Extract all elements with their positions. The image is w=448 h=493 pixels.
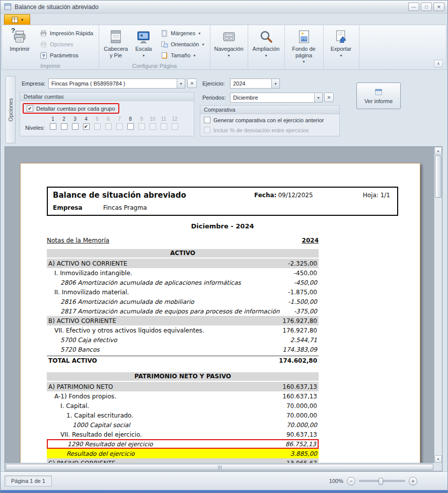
vertical-scroll-thumb[interactable] bbox=[435, 155, 441, 198]
tamano-button[interactable]: Tamaño ▾ bbox=[157, 50, 207, 60]
margenes-label: Márgenes bbox=[171, 30, 195, 36]
maximize-button[interactable]: □ bbox=[421, 3, 432, 11]
quick-print-icon bbox=[39, 29, 47, 37]
tamano-label: Tamaño bbox=[171, 52, 190, 58]
ver-informe-button[interactable]: Ver informe bbox=[356, 83, 401, 109]
ampliacion-label: Ampliación bbox=[253, 46, 280, 52]
parametros-button[interactable]: ? Parámetros bbox=[36, 50, 96, 60]
report-row: VII. Efectivo y otros activos líquidos e… bbox=[47, 325, 319, 335]
ejercicio-combo[interactable]: 2024 ▾ bbox=[230, 78, 280, 89]
empresa-combo[interactable]: Fincas Pragma ( B58959784 ) ▾ bbox=[48, 78, 185, 89]
magnifier-icon bbox=[258, 29, 274, 45]
zoom-slider[interactable] bbox=[359, 480, 405, 482]
zoom-in-button[interactable]: + bbox=[409, 477, 417, 485]
exportar-button[interactable]: Exportar ▾ bbox=[326, 26, 356, 66]
nivel-column: 6 bbox=[103, 116, 114, 130]
nivel-checkbox-1[interactable] bbox=[50, 123, 56, 130]
row-label: A) PATRIMONIO NETO bbox=[48, 383, 113, 390]
close-button[interactable]: ✕ bbox=[433, 3, 444, 11]
chevron-down-icon: ▾ bbox=[142, 53, 144, 58]
escala-button[interactable]: Escala ▾ bbox=[131, 26, 156, 62]
desviacion-label: Incluir % de desviación entre ejercicios bbox=[213, 127, 309, 133]
nivel-number: 10 bbox=[150, 116, 155, 122]
chevron-down-icon[interactable]: ▾ bbox=[314, 93, 322, 102]
report-row: 2817 Amortización acumulada de equipos p… bbox=[47, 306, 319, 316]
zoom-controls: 100% − + bbox=[329, 477, 443, 485]
impresion-rapida-button[interactable]: Impresión Rápida bbox=[36, 28, 96, 38]
report-row: Resultado del ejercicio3.885,00 bbox=[47, 449, 319, 458]
chevron-down-icon[interactable]: ▾ bbox=[271, 79, 279, 88]
orientacion-button[interactable]: Orientación ▾ bbox=[157, 39, 207, 49]
periodos-label: Periodos: bbox=[202, 95, 226, 101]
row-value: -1.875,00 bbox=[288, 289, 317, 296]
report-company-label: Empresa bbox=[53, 204, 103, 211]
zoom-out-button[interactable]: − bbox=[347, 477, 355, 485]
nivel-checkbox-8[interactable] bbox=[127, 123, 134, 130]
row-label: B) ACTIVO CORRIENTE bbox=[48, 317, 116, 324]
cabecera-pie-button[interactable]: Cabecera y Pie bbox=[102, 26, 130, 62]
titlebar: Balance de situación abreviado — □ ✕ bbox=[1, 1, 447, 14]
navegacion-button[interactable]: Navegación ▾ bbox=[213, 26, 245, 66]
margenes-button[interactable]: Márgenes ▾ bbox=[157, 28, 207, 38]
imprimir-button[interactable]: ? Imprimir bbox=[5, 26, 35, 62]
ejercicio-label: Ejercicio: bbox=[202, 80, 225, 87]
year-column-header: 2024 bbox=[302, 237, 319, 244]
chevron-down-icon: ▾ bbox=[303, 59, 305, 64]
detallar-grupo-checkbox[interactable]: ✔ bbox=[27, 105, 33, 112]
file-menu-tab[interactable]: ▾ bbox=[4, 14, 30, 25]
report-row: 2816 Amortización acumulada de mobiliari… bbox=[47, 297, 319, 306]
preview-canvas[interactable]: Balance de situación abreviado Fecha:09/… bbox=[5, 147, 434, 463]
ribbon-group-navegacion: Navegación ▾ bbox=[210, 25, 248, 69]
options-vertical-tab[interactable]: Opciones bbox=[6, 76, 16, 143]
nivel-column: 11 bbox=[158, 116, 169, 130]
nivel-column: 3 bbox=[69, 116, 81, 130]
scale-icon bbox=[135, 29, 152, 45]
report-row: B) ACTIVO CORRIENTE176.927,80 bbox=[47, 316, 319, 325]
row-label: Resultado del ejercicio bbox=[48, 450, 134, 457]
chevron-down-icon[interactable]: ▾ bbox=[177, 79, 185, 88]
row-value: 2.544,71 bbox=[290, 337, 317, 344]
row-value: 160.637,13 bbox=[282, 393, 317, 400]
report-columns-row: Notas de la Memoría 2024 bbox=[47, 237, 319, 244]
empresa-clear-button[interactable]: ✕ bbox=[187, 78, 197, 88]
vertical-scrollbar[interactable]: ▲ ▼ bbox=[434, 147, 442, 463]
nivel-checkbox-4[interactable]: ✔ bbox=[83, 123, 90, 130]
horizontal-scroll-thumb[interactable] bbox=[6, 464, 433, 470]
periodos-clear-button[interactable]: ✕ bbox=[324, 93, 334, 102]
nivel-number: 1 bbox=[51, 116, 54, 122]
row-label: VII. Resultado del ejercicio. bbox=[48, 431, 142, 438]
generar-comparativa-row: Generar comparativa con el ejercicio ant… bbox=[204, 117, 324, 123]
parametros-label: Parámetros bbox=[50, 52, 79, 58]
report-row: C) PASIVO CORRIENTE13.965,67 bbox=[47, 458, 319, 463]
scroll-up-button[interactable]: ▲ bbox=[434, 147, 442, 154]
navigation-icon bbox=[221, 29, 237, 45]
nivel-number: 8 bbox=[129, 116, 132, 122]
nivel-column: 2 bbox=[58, 116, 69, 130]
ribbon-collapse-button[interactable]: ∧ bbox=[434, 60, 443, 67]
report-section: ACTIVOA) ACTIVO NO CORRIENTE-2.325,00I. … bbox=[47, 249, 319, 365]
parameters-question-icon: ? bbox=[39, 51, 47, 59]
scroll-down-button[interactable]: ▼ bbox=[434, 455, 442, 463]
generar-comparativa-checkbox[interactable] bbox=[204, 117, 210, 123]
report-title: Balance de situación abreviado bbox=[53, 191, 186, 200]
app-window: Balance de situación abreviado — □ ✕ ▾ ? bbox=[0, 0, 448, 493]
minimize-button[interactable]: — bbox=[408, 3, 419, 11]
nivel-checkbox-11 bbox=[161, 123, 167, 130]
generar-comparativa-label: Generar comparativa con el ejercicio ant… bbox=[213, 117, 324, 123]
arrow-down-icon: ▼ bbox=[437, 458, 440, 461]
fondo-pagina-button[interactable]: Fondo de página ▾ bbox=[287, 26, 321, 66]
horizontal-scrollbar[interactable] bbox=[5, 463, 434, 471]
periodos-combo[interactable]: Diciembre ▾ bbox=[230, 93, 323, 103]
nivel-checkbox-3[interactable] bbox=[72, 123, 79, 130]
row-label: 5700 Caja efectivo bbox=[48, 337, 117, 344]
report-date-value: 09/12/2025 bbox=[278, 192, 313, 199]
detallar-grupo-label: Detallar cuentas por cada grupo bbox=[36, 106, 115, 112]
report-row: 1290 Resultado del ejercicio86.752,13 bbox=[47, 439, 319, 449]
ampliacion-button[interactable]: Ampliación ▾ bbox=[251, 26, 282, 66]
impresion-rapida-label: Impresión Rápida bbox=[50, 30, 93, 36]
imprimir-group-label: Imprimir bbox=[5, 62, 96, 70]
zoom-slider-thumb[interactable] bbox=[379, 478, 383, 485]
preview-area: Balance de situación abreviado Fecha:09/… bbox=[5, 146, 442, 471]
nivel-checkbox-2[interactable] bbox=[61, 123, 67, 130]
row-value: 90.637,13 bbox=[286, 431, 317, 438]
